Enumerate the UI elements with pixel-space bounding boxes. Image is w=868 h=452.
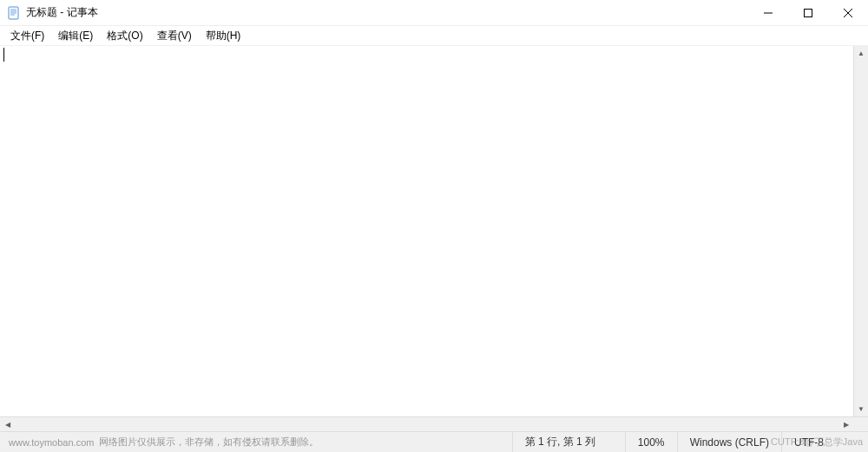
horizontal-scroll-row: ◀ ▶: [0, 416, 868, 431]
status-encoding: UTF-8: [781, 432, 868, 452]
menu-format[interactable]: 格式(O): [100, 27, 149, 45]
footer-note: www.toymoban.com 网络图片仅供展示，非存储，如有侵权请联系删除。: [0, 436, 512, 449]
notepad-icon: [7, 6, 21, 20]
footer-text: 网络图片仅供展示，非存储，如有侵权请联系删除。: [99, 436, 319, 449]
close-button[interactable]: [828, 0, 868, 25]
text-caret: [3, 48, 4, 62]
window-controls: [748, 0, 868, 25]
status-bar: www.toymoban.com 网络图片仅供展示，非存储，如有侵权请联系删除。…: [0, 431, 868, 452]
vertical-scrollbar[interactable]: ▲ ▼: [853, 46, 868, 416]
svg-rect-6: [805, 9, 812, 16]
scroll-down-arrow-icon[interactable]: ▼: [854, 402, 868, 416]
scroll-up-arrow-icon[interactable]: ▲: [854, 46, 868, 61]
scroll-right-arrow-icon[interactable]: ▶: [838, 417, 853, 431]
status-position: 第 1 行, 第 1 列: [512, 432, 625, 452]
horizontal-scrollbar[interactable]: ◀ ▶: [0, 417, 853, 431]
menu-view[interactable]: 查看(V): [150, 27, 199, 45]
footer-site: www.toymoban.com: [9, 437, 94, 448]
menu-help[interactable]: 帮助(H): [199, 27, 248, 45]
editor-wrapper: [0, 46, 853, 416]
title-bar-left: 无标题 - 记事本: [0, 5, 748, 20]
status-zoom: 100%: [625, 432, 677, 452]
menu-file[interactable]: 文件(F): [3, 27, 51, 45]
scroll-left-arrow-icon[interactable]: ◀: [0, 417, 15, 431]
window-title: 无标题 - 记事本: [26, 5, 98, 20]
text-editor[interactable]: [0, 46, 154, 77]
title-bar: 无标题 - 记事本: [0, 0, 868, 26]
menu-bar: 文件(F) 编辑(E) 格式(O) 查看(V) 帮助(H): [0, 26, 868, 45]
scroll-corner: [853, 417, 868, 431]
minimize-button[interactable]: [748, 0, 788, 25]
status-line-ending: Windows (CRLF): [677, 432, 781, 452]
editor-container: ▲ ▼: [0, 45, 868, 416]
maximize-button[interactable]: [788, 0, 828, 25]
menu-edit[interactable]: 编辑(E): [51, 27, 100, 45]
